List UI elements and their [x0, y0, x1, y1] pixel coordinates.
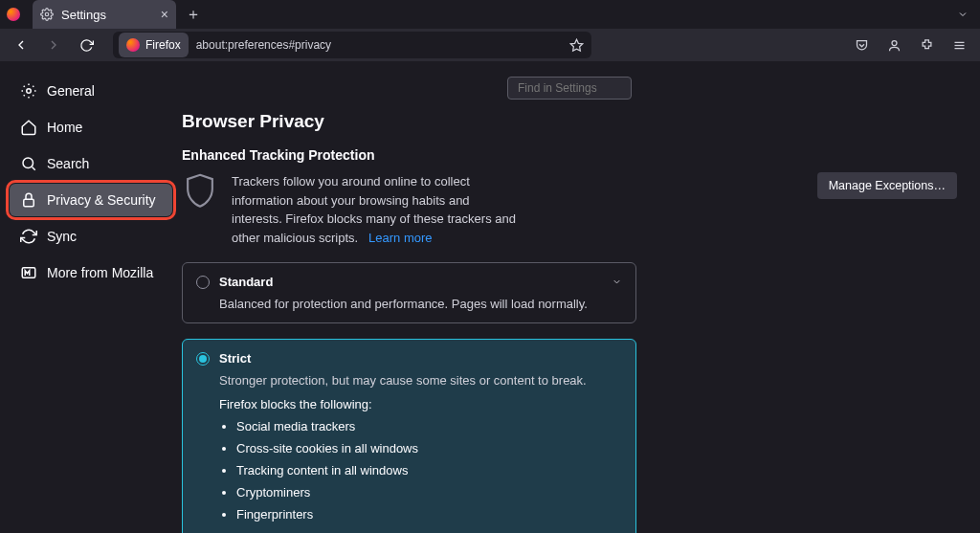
sidebar-item-search[interactable]: Search [10, 147, 172, 180]
extensions-icon[interactable] [913, 32, 940, 58]
url-bar[interactable]: Firefox about:preferences#privacy [113, 32, 591, 58]
learn-more-link[interactable]: Learn more [368, 231, 432, 245]
lock-icon [20, 191, 37, 209]
etp-option-standard[interactable]: Standard Balanced for protection and per… [182, 262, 636, 323]
sidebar-item-more-mozilla[interactable]: More from Mozilla [10, 256, 172, 289]
radio-strict[interactable] [196, 352, 210, 366]
etp-description: Trackers follow you around online to col… [232, 172, 519, 247]
gear-icon [40, 8, 54, 21]
app-menu-icon[interactable] [946, 32, 972, 58]
app-firefox-icon [0, 8, 27, 21]
etp-option-strict[interactable]: Strict Stronger protection, but may caus… [182, 339, 636, 533]
sidebar-item-sync[interactable]: Sync [10, 220, 172, 253]
sidebar-item-label: Privacy & Security [47, 192, 156, 208]
shield-icon [182, 172, 218, 209]
new-tab-button[interactable]: ＋ [186, 5, 201, 25]
etp-heading: Enhanced Tracking Protection [182, 147, 957, 163]
url-text: about:preferences#privacy [196, 38, 331, 52]
sidebar-item-privacy-security[interactable]: Privacy & Security [10, 184, 172, 216]
block-item: Social media trackers [236, 419, 622, 433]
chevron-down-icon[interactable] [612, 277, 622, 287]
svg-point-2 [892, 40, 897, 45]
option-desc: Stronger protection, but may cause some … [219, 373, 622, 388]
sidebar-item-label: More from Mozilla [47, 265, 153, 280]
sidebar-item-label: General [47, 83, 95, 99]
tab-title: Settings [61, 8, 106, 22]
page-title: Browser Privacy [182, 111, 957, 132]
svg-point-0 [45, 12, 49, 16]
svg-point-6 [27, 89, 32, 94]
svg-rect-9 [24, 199, 34, 207]
pocket-icon[interactable] [848, 32, 875, 58]
radio-standard[interactable] [196, 276, 210, 289]
identity-label: Firefox [145, 38, 181, 52]
sidebar-item-general[interactable]: General [10, 75, 172, 107]
option-title: Strict [219, 351, 251, 366]
tabs-dropdown-icon[interactable] [957, 9, 969, 20]
find-in-settings-input[interactable] [507, 77, 632, 100]
sync-icon [20, 228, 37, 245]
forward-button[interactable] [40, 32, 67, 58]
sidebar-item-home[interactable]: Home [10, 111, 172, 144]
block-item: Cross-site cookies in all windows [236, 441, 622, 455]
browser-tab[interactable]: Settings × [33, 0, 176, 29]
block-item: Fingerprinters [236, 507, 622, 522]
svg-point-7 [23, 158, 33, 168]
option-desc: Balanced for protection and performance.… [219, 297, 622, 311]
bookmark-star-icon[interactable] [569, 38, 584, 53]
home-icon [20, 119, 37, 136]
identity-chip[interactable]: Firefox [119, 33, 189, 57]
option-title: Standard [219, 275, 273, 289]
close-tab-icon[interactable]: × [161, 7, 168, 22]
back-button[interactable] [8, 32, 34, 58]
gear-icon [20, 82, 37, 100]
sidebar-item-label: Home [47, 120, 82, 135]
block-item: Tracking content in all windows [236, 463, 622, 477]
blocks-label: Firefox blocks the following: [219, 397, 622, 411]
manage-exceptions-button[interactable]: Manage Exceptions… [817, 172, 957, 199]
reload-button[interactable] [73, 32, 100, 58]
svg-line-8 [32, 167, 34, 169]
mozilla-icon [20, 264, 37, 281]
svg-marker-1 [570, 39, 583, 51]
account-icon[interactable] [880, 32, 907, 58]
search-icon [20, 155, 37, 172]
firefox-icon [126, 38, 140, 52]
sidebar-item-label: Search [47, 156, 89, 171]
block-item: Cryptominers [236, 485, 622, 500]
sidebar-item-label: Sync [47, 229, 77, 244]
